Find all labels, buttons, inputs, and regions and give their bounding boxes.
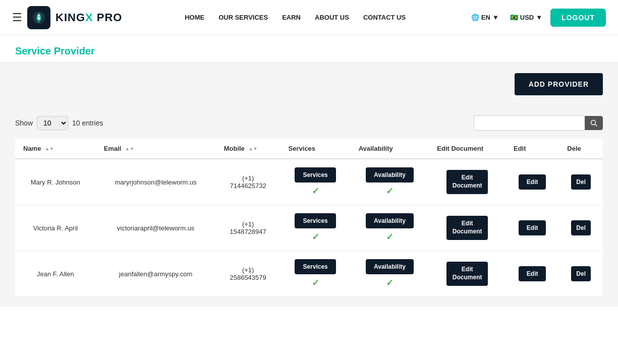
table-row: Mary R. Johnson maryrjohnson@teleworm.us…	[15, 159, 603, 205]
table-section: Show 10 25 50 100 10 entries Name	[0, 105, 618, 307]
cell-edit-doc-2: EditDocument	[429, 251, 505, 297]
cell-email-1: victoriarapril@teleworm.us	[96, 205, 216, 251]
col-name: Name ▲▼	[15, 139, 96, 159]
navbar: ☰ KINGX PRO HOME OUR SERVICES EARN ABOUT…	[0, 0, 618, 35]
services-check-1: ✓	[312, 231, 319, 242]
search-button[interactable]	[585, 116, 603, 130]
nav-home[interactable]: HOME	[185, 14, 204, 21]
logo-icon	[32, 11, 46, 25]
cell-mobile-2: (+1)2586543579	[216, 251, 280, 297]
cell-services-2: Services ✓	[280, 251, 351, 297]
cell-del-1: Del	[559, 205, 603, 251]
cell-services-0: Services ✓	[280, 159, 351, 205]
availability-check-1: ✓	[386, 231, 394, 242]
col-edit: Edit	[505, 139, 559, 159]
lang-label: EN	[481, 14, 490, 21]
cell-edit-1: Edit	[505, 205, 559, 251]
show-label: Show	[15, 119, 33, 127]
edit-button-2[interactable]: Edit	[519, 266, 546, 281]
sort-name-icon: ▲▼	[45, 147, 54, 151]
availability-check-0: ✓	[386, 186, 394, 197]
add-provider-button[interactable]: ADD PROVIDER	[515, 73, 603, 95]
availability-button-0[interactable]: Availability	[366, 167, 414, 183]
nav-earn[interactable]: EARN	[282, 14, 301, 21]
cell-services-1: Services ✓	[280, 205, 351, 251]
cell-email-2: jeanfallen@armyspy.com	[96, 251, 216, 297]
table-row: Jean F. Allen jeanfallen@armyspy.com (+1…	[15, 251, 603, 297]
edit-button-1[interactable]: Edit	[519, 220, 546, 235]
sort-email-icon: ▲▼	[125, 147, 134, 151]
nav-our-services[interactable]: OUR SERVICES	[218, 14, 268, 21]
cell-del-2: Del	[559, 251, 603, 297]
cell-mobile-0: (+1)7144625732	[216, 159, 280, 205]
services-button-2[interactable]: Services	[295, 259, 335, 274]
cell-email-0: maryrjohnson@teleworm.us	[96, 159, 216, 205]
col-delete: Dele	[559, 139, 603, 159]
cell-edit-doc-1: EditDocument	[429, 205, 505, 251]
table-row: Victoria R. April victoriarapril@telewor…	[15, 205, 603, 251]
cell-mobile-1: (+1)1548728947	[216, 205, 280, 251]
currency-chevron-icon: ▼	[536, 14, 542, 21]
cell-name-1: Victoria R. April	[15, 205, 96, 251]
show-select[interactable]: 10 25 50 100	[37, 116, 68, 130]
nav-right: 🌐 EN ▼ 🇧🇷 USD ▼ LOGOUT	[468, 9, 606, 27]
edit-button-0[interactable]: Edit	[519, 174, 546, 190]
search-box	[474, 115, 603, 131]
nav-about-us[interactable]: ABOUT US	[315, 14, 349, 21]
page-title: Service Provider	[15, 45, 603, 57]
services-check-2: ✓	[312, 277, 319, 288]
edit-document-button-1[interactable]: EditDocument	[446, 216, 488, 239]
svg-line-2	[595, 125, 597, 127]
delete-button-2[interactable]: Del	[571, 266, 591, 281]
cell-name-2: Jean F. Allen	[15, 251, 96, 297]
nav-contact-us[interactable]: CONTACT US	[363, 14, 406, 21]
table-body: Mary R. Johnson maryrjohnson@teleworm.us…	[15, 159, 603, 297]
col-edit-doc: Edit Document	[429, 139, 505, 159]
brand-name: KINGX PRO	[55, 11, 122, 24]
data-table: Name ▲▼ Email ▲▼ Mobile ▲▼ Services Avai…	[15, 139, 603, 297]
cell-availability-1: Availability ✓	[351, 205, 429, 251]
cell-name-0: Mary R. Johnson	[15, 159, 96, 205]
add-provider-bar: ADD PROVIDER	[0, 63, 618, 105]
col-availability: Availability	[351, 139, 429, 159]
cell-availability-2: Availability ✓	[351, 251, 429, 297]
lang-selector[interactable]: 🌐 EN ▼	[468, 12, 502, 23]
nav-links: HOME OUR SERVICES EARN ABOUT US CONTACT …	[185, 14, 406, 21]
services-check-0: ✓	[312, 186, 319, 197]
cell-edit-2: Edit	[505, 251, 559, 297]
currency-selector[interactable]: 🇧🇷 USD ▼	[507, 12, 545, 23]
lang-chevron-icon: ▼	[492, 14, 499, 21]
edit-document-button-2[interactable]: EditDocument	[446, 262, 488, 285]
sort-mobile-icon: ▲▼	[248, 147, 257, 151]
availability-button-2[interactable]: Availability	[366, 259, 414, 274]
currency-label: USD	[520, 14, 534, 21]
search-input[interactable]	[474, 115, 585, 131]
delete-button-0[interactable]: Del	[571, 174, 591, 190]
show-entries: Show 10 25 50 100 10 entries	[15, 116, 103, 130]
cell-edit-0: Edit	[505, 159, 559, 205]
cell-availability-0: Availability ✓	[351, 159, 429, 205]
services-button-0[interactable]: Services	[295, 167, 335, 183]
cell-edit-doc-0: EditDocument	[429, 159, 505, 205]
globe-icon: 🌐	[471, 14, 479, 21]
page-header: Service Provider	[0, 35, 618, 63]
brand-x: X	[85, 11, 93, 24]
entries-label: 10 entries	[72, 119, 103, 127]
search-icon	[590, 119, 597, 127]
edit-document-button-0[interactable]: EditDocument	[446, 170, 488, 194]
delete-button-1[interactable]: Del	[571, 220, 591, 235]
cell-del-0: Del	[559, 159, 603, 205]
col-email: Email ▲▼	[96, 139, 216, 159]
services-button-1[interactable]: Services	[295, 213, 335, 228]
logout-button[interactable]: LOGOUT	[550, 9, 606, 27]
availability-button-1[interactable]: Availability	[366, 213, 414, 228]
logo-box	[27, 6, 50, 29]
availability-check-2: ✓	[386, 277, 394, 288]
table-header: Name ▲▼ Email ▲▼ Mobile ▲▼ Services Avai…	[15, 139, 603, 159]
table-controls: Show 10 25 50 100 10 entries	[15, 115, 603, 131]
col-mobile: Mobile ▲▼	[216, 139, 280, 159]
hamburger-menu[interactable]: ☰	[12, 11, 22, 24]
col-services: Services	[280, 139, 351, 159]
flag-icon: 🇧🇷	[510, 14, 518, 21]
